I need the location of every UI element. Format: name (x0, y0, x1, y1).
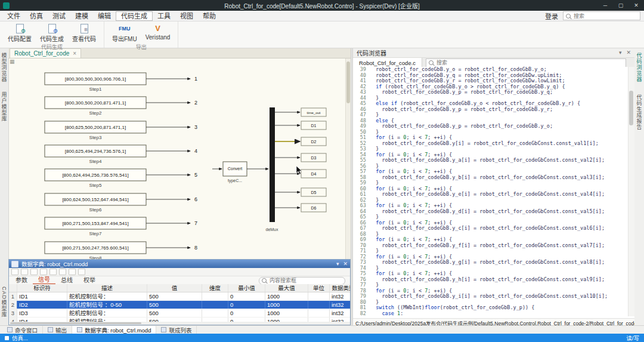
convert-block[interactable]: ConverttypeC... (212, 162, 268, 183)
svg-text:[800,271,500,247,765.600,541]: [800,271,500,247,765.600,541] (62, 245, 128, 251)
dictionary-close-icon[interactable]: ✕ (343, 261, 348, 267)
table-row[interactable]: 4ID4舵机控制信号：50001000int32 (9, 318, 350, 322)
search-icon (262, 278, 267, 283)
toolbar-move-down-icon[interactable] (69, 269, 76, 275)
toolbar-open-icon[interactable] (21, 269, 28, 275)
code-file-tab[interactable]: Robot_Ctrl_for_code.c (353, 58, 422, 67)
close-button[interactable]: ✕ (628, 0, 644, 11)
status-readwrite: 读/写 (626, 334, 639, 342)
dock-tab-模型浏览器[interactable]: 模型浏览器 (0, 51, 8, 84)
step-block[interactable]: [800,300,500,200,871.471,1]Step22 (45, 97, 197, 116)
view-code-button[interactable]: 查看代码 (70, 23, 98, 44)
dictionary-horizontal-scrollbar[interactable] (9, 322, 350, 325)
canvas-vertical-scrollbar[interactable] (345, 58, 351, 259)
dictionary-toolbar (9, 268, 350, 276)
svg-text:time_out: time_out (306, 111, 320, 115)
toolbar-move-up-icon[interactable] (59, 269, 66, 275)
step-block[interactable]: [800,625,500,200,871.471,1]Step33 (45, 121, 197, 140)
code-generate-button[interactable]: 代码生成 (38, 23, 66, 44)
svg-text:[800,625,500,200,871.471,1]: [800,625,500,200,871.471,1] (65, 125, 126, 130)
model-tab-close-icon[interactable]: × (73, 50, 76, 57)
toolbar-delete-row-icon[interactable] (49, 269, 57, 275)
code-browser-close-icon[interactable]: ✕ (626, 50, 631, 56)
code-line: 76 robot_ctrl_for_codeGbB.y_h[i] = robot… (353, 277, 628, 283)
output-block[interactable]: D3 (275, 153, 326, 162)
global-search-input[interactable] (572, 12, 637, 20)
code-area[interactable]: 39 robot_ctrl_for_codeGbB.y_o = robot_ct… (353, 67, 628, 316)
dictionary-tab-信号[interactable]: 信号 (33, 276, 55, 285)
code-config-icon (13, 23, 26, 33)
menu-item-编辑[interactable]: 编辑 (93, 11, 116, 21)
bottom-tab-输出[interactable]: 输出 (43, 326, 72, 334)
view-code-icon (78, 23, 91, 33)
menu-bar-right: 登录 (545, 11, 644, 21)
column-header-描述: 描述 (67, 284, 147, 292)
ribbon-group-label: 导出 (110, 44, 172, 51)
menu-item-视图[interactable]: 视图 (175, 11, 198, 21)
code-config-button[interactable]: 代码配置 (6, 23, 33, 44)
dock-tab-CAD模型库[interactable]: CAD模型库 (0, 285, 8, 319)
menu-item-仿真[interactable]: 仿真 (25, 11, 48, 21)
code-file-path: C:/Users/admin/Desktop/2025a发布会/代码生成示例/D… (353, 318, 634, 325)
model-canvas[interactable]: ▦ [800,300,500,300,906.706,1]Step11[800,… (8, 58, 351, 259)
data-dictionary-panel: 数据字典: robot_Ctrl.modd ▾ ✕ 参数信号总线权举 标识符描述 (8, 259, 351, 325)
code-line: 52 robot_ctrl_for_codeGbB.y[i] = robot_c… (353, 141, 628, 147)
dictionary-collapse-icon[interactable]: ▾ (336, 261, 339, 267)
step-block[interactable]: [800,271,500,153,847.494,541]Step77 (45, 217, 197, 236)
canvas-grid-icon[interactable]: ▦ (10, 58, 15, 64)
dock-tab-代码生成报告[interactable]: 代码生成报告 (634, 93, 644, 131)
menu-item-工具[interactable]: 工具 (153, 11, 175, 21)
table-row[interactable]: 3ID3舵机控制信号：50001000int32 (9, 309, 350, 318)
minimize-button[interactable]: ─ (597, 0, 613, 11)
login-button[interactable]: 登录 (545, 11, 558, 21)
step-block[interactable]: [800,300,500,300,906.706,1]Step11 (45, 73, 197, 92)
svg-text:Step1: Step1 (89, 87, 102, 92)
code-line: 43 robot_ctrl_for_codeGbB.y_p = robot_ct… (353, 90, 628, 95)
code-vertical-scrollbar[interactable] (628, 67, 634, 316)
fmu-button[interactable]: FMU导出FMU (110, 23, 139, 44)
step-block[interactable]: [800,271,500,247,765.600,541]Step88 (45, 242, 197, 259)
dictionary-tab-权举[interactable]: 权举 (78, 276, 101, 285)
dock-tab-用户模型库[interactable]: 用户模型库 (0, 91, 8, 123)
menu-item-测试[interactable]: 测试 (48, 11, 70, 21)
ribbon-button-label: 代码配置 (8, 34, 32, 43)
model-tab-label: Robot_Ctrl_for_code (14, 50, 69, 57)
toolbar-save-icon[interactable] (30, 269, 38, 275)
svg-text:Step4: Step4 (89, 159, 102, 164)
dictionary-tab-总线[interactable]: 总线 (55, 276, 78, 285)
table-row[interactable]: 2ID2舵机控制信号 ：0-5050001000int32 (9, 301, 350, 309)
menu-item-帮助[interactable]: 帮助 (198, 11, 221, 21)
step-block[interactable]: [800,624,494,256,736.576,541]Step55 (45, 169, 197, 188)
ribbon-group-label: 代码生成 (6, 44, 98, 51)
toolbar-new-icon[interactable] (11, 269, 18, 275)
dictionary-search-input[interactable] (268, 277, 342, 285)
app-logo-icon (3, 2, 10, 9)
dock-tab-代码浏览器[interactable]: 代码浏览器 (634, 51, 644, 84)
step-block[interactable]: [800,625,494,294,736.576,1]Step44 (45, 145, 197, 164)
output-block[interactable]: D5 (275, 188, 326, 196)
menu-item-文件[interactable]: 文件 (2, 11, 25, 21)
dictionary-table: 标识符描述值维度最小值最大值单位数据类型 1ID1舵机控制信号：50001000… (9, 284, 350, 322)
step-block[interactable]: [800,624,500,152,647.494,541]Step66 (45, 193, 197, 212)
output-block[interactable]: D1 (275, 121, 326, 130)
maximize-button[interactable]: ▢ (613, 0, 628, 11)
output-block[interactable]: D2 (275, 137, 326, 146)
output-block[interactable]: time_out (275, 108, 326, 116)
menu-item-代码生成[interactable]: 代码生成 (116, 11, 153, 21)
menu-item-建模[interactable]: 建模 (70, 11, 93, 21)
code-search-input[interactable] (435, 59, 623, 67)
code-browser-collapse-icon[interactable]: ▾ (619, 50, 622, 56)
toolbar-add-row-icon[interactable] (40, 269, 47, 275)
demux-block[interactable] (270, 107, 275, 222)
data-dictionary-title-bar[interactable]: 数据字典: robot_Ctrl.modd ▾ ✕ (9, 260, 350, 268)
bottom-tab-联成列表[interactable]: 联成列表 (156, 326, 197, 334)
table-row[interactable]: 1ID1舵机控制信号：50001000int32 (9, 292, 350, 301)
toolbar-filter-icon[interactable] (78, 269, 85, 275)
code-browser-title: 代码浏览器 (357, 48, 386, 57)
bottom-tab-命令窗口[interactable]: 命令窗口 (2, 326, 43, 334)
panel-splitter[interactable] (351, 48, 353, 325)
veristand-button[interactable]: VVeristand (144, 23, 172, 44)
dictionary-tab-参数[interactable]: 参数 (10, 276, 33, 285)
bottom-tab-数据字典: robot_Ctrl.modd[interactable]: 数据字典: robot_Ctrl.modd (72, 326, 156, 334)
output-block[interactable]: D6 (275, 204, 326, 212)
